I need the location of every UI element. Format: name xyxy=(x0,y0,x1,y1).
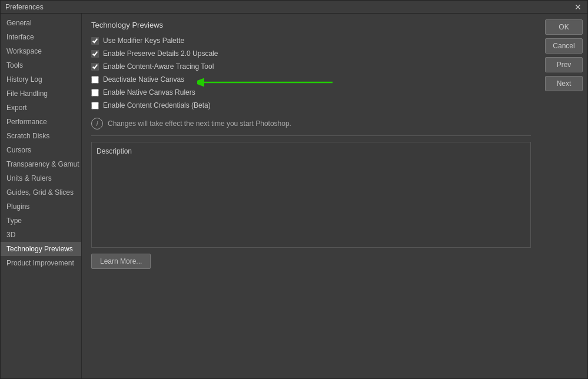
sidebar-item-general[interactable]: General xyxy=(1,16,81,30)
label-preserve-details: Enable Preserve Details 2.0 Upscale xyxy=(103,49,218,58)
section-title: Technology Previews xyxy=(91,21,531,29)
sidebar-item-scratch-disks[interactable]: Scratch Disks xyxy=(1,129,81,143)
sidebar: General Interface Workspace Tools Histor… xyxy=(1,14,82,378)
content-area: Technology Previews Use Modifier Keys Pa… xyxy=(82,14,540,378)
info-message: Changes will take effect the next time y… xyxy=(108,119,291,128)
checkbox-row-deactivate-canvas: Deactivate Native Canvas xyxy=(91,75,531,84)
sidebar-item-guides-grid[interactable]: Guides, Grid & Slices xyxy=(1,185,81,200)
sidebar-item-product-improvement[interactable]: Product Improvement xyxy=(1,256,81,270)
next-button[interactable]: Next xyxy=(545,76,583,91)
sidebar-item-transparency-gamut[interactable]: Transparency & Gamut xyxy=(1,157,81,171)
title-bar: Preferences ✕ xyxy=(1,1,587,14)
right-buttons-panel: OK Cancel Prev Next xyxy=(540,14,587,378)
sidebar-item-cursors[interactable]: Cursors xyxy=(1,143,81,157)
checkbox-deactivate-canvas[interactable] xyxy=(91,76,99,84)
sidebar-item-interface[interactable]: Interface xyxy=(1,30,81,44)
label-modifier-keys: Use Modifier Keys Palette xyxy=(103,36,184,45)
label-content-aware: Enable Content-Aware Tracing Tool xyxy=(103,62,214,71)
divider xyxy=(91,135,531,136)
window-title: Preferences xyxy=(5,3,44,11)
prev-button[interactable]: Prev xyxy=(545,57,583,72)
ok-button[interactable]: OK xyxy=(545,19,583,35)
checkbox-content-credentials[interactable] xyxy=(91,102,99,109)
close-button[interactable]: ✕ xyxy=(573,2,583,12)
content-inner: Technology Previews Use Modifier Keys Pa… xyxy=(82,14,540,378)
label-native-canvas-rulers: Enable Native Canvas Rulers xyxy=(103,88,195,97)
learn-more-button[interactable]: Learn More... xyxy=(91,254,151,269)
checkbox-preserve-details[interactable] xyxy=(91,50,99,58)
checkbox-native-canvas-rulers[interactable] xyxy=(91,89,99,97)
main-content: General Interface Workspace Tools Histor… xyxy=(1,14,587,378)
sidebar-item-units-rulers[interactable]: Units & Rulers xyxy=(1,171,81,185)
info-row: i Changes will take effect the next time… xyxy=(91,118,531,129)
arrow-annotation-container: Deactivate Native Canvas xyxy=(91,75,531,84)
description-section: Description xyxy=(91,142,531,248)
cancel-button[interactable]: Cancel xyxy=(545,38,583,54)
sidebar-item-technology-previews[interactable]: Technology Previews xyxy=(1,242,81,256)
sidebar-item-tools[interactable]: Tools xyxy=(1,58,81,72)
sidebar-item-file-handling[interactable]: File Handling xyxy=(1,87,81,101)
checkbox-row-modifier-keys: Use Modifier Keys Palette xyxy=(91,36,531,45)
sidebar-item-performance[interactable]: Performance xyxy=(1,115,81,129)
sidebar-item-workspace[interactable]: Workspace xyxy=(1,44,81,58)
checkbox-row-content-credentials: Enable Content Credentials (Beta) xyxy=(91,101,531,109)
sidebar-item-3d[interactable]: 3D xyxy=(1,228,81,242)
checkbox-row-native-canvas-rulers: Enable Native Canvas Rulers xyxy=(91,88,531,97)
label-deactivate-canvas: Deactivate Native Canvas xyxy=(103,75,184,84)
sidebar-item-plugins[interactable]: Plugins xyxy=(1,200,81,214)
checkbox-row-preserve-details: Enable Preserve Details 2.0 Upscale xyxy=(91,49,531,58)
checkbox-row-content-aware: Enable Content-Aware Tracing Tool xyxy=(91,62,531,71)
sidebar-item-type[interactable]: Type xyxy=(1,214,81,228)
description-title: Description xyxy=(97,147,526,155)
label-content-credentials: Enable Content Credentials (Beta) xyxy=(103,101,211,109)
sidebar-item-export[interactable]: Export xyxy=(1,101,81,115)
sidebar-item-history-log[interactable]: History Log xyxy=(1,72,81,87)
checkbox-content-aware[interactable] xyxy=(91,63,99,71)
info-icon: i xyxy=(91,118,103,129)
center-and-right: Technology Previews Use Modifier Keys Pa… xyxy=(82,14,587,378)
preferences-window: Preferences ✕ General Interface Workspac… xyxy=(0,0,588,379)
checkbox-modifier-keys[interactable] xyxy=(91,37,99,45)
